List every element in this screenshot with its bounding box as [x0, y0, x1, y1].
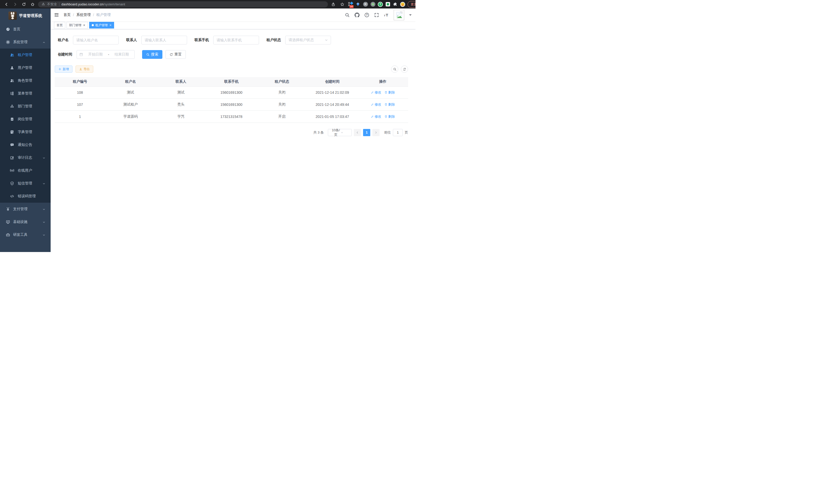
toggle-search-icon[interactable] — [391, 65, 398, 73]
address-bar[interactable]: 不安全 dashboard.yudao.iocoder.cn/system/te… — [38, 1, 328, 7]
breadcrumb-home[interactable]: 首页 — [63, 12, 71, 17]
extension-y-icon[interactable]: Y — [378, 2, 383, 7]
sidebar-item-infra[interactable]: 基础设施 — [0, 215, 51, 228]
ext-diamond — [350, 2, 353, 5]
refresh-table-icon[interactable] — [401, 65, 408, 73]
tab-close-icon[interactable]: ✕ — [83, 24, 85, 27]
sidebar-item-dict[interactable]: 字典管理 — [0, 126, 51, 139]
cell-status: 关闭 — [257, 98, 307, 111]
extension-record-icon[interactable] — [370, 2, 375, 7]
sidebar-item-post[interactable]: 岗位管理 — [0, 113, 51, 126]
sidebar-item-notice[interactable]: 通知公告 — [0, 139, 51, 151]
download-icon — [79, 67, 82, 71]
filter-contact: 联系人 — [126, 36, 187, 45]
sidebar-fold-icon[interactable] — [54, 12, 59, 18]
extension-badge: 10 — [349, 5, 353, 8]
table-row: 107测试租户秃头15601691300关闭2021-12-14 20:49:4… — [55, 98, 408, 111]
url-host: dashboard.yudao.iocoder.cn — [61, 2, 103, 6]
page-size-select[interactable]: 10条/页 — [328, 129, 352, 136]
start-date-placeholder: 开始日期 — [85, 52, 106, 57]
not-secure-label: 不安全 — [47, 2, 57, 7]
edit-link[interactable]: 修改 — [371, 114, 381, 119]
table-toolbar: 新增 导出 — [55, 65, 408, 73]
status-select[interactable]: 请选择租户状态 — [285, 36, 331, 45]
sidebar-item-home[interactable]: 首页 — [0, 23, 51, 36]
back-icon[interactable] — [3, 1, 10, 8]
sidebar-item-dept[interactable]: 部门管理 — [0, 100, 51, 113]
page-number-1[interactable]: 1 — [363, 129, 370, 136]
sidebar-item-menu[interactable]: 菜单管理 — [0, 87, 51, 100]
chrome-update-button[interactable]: 更新 — [407, 1, 416, 8]
prev-page-button[interactable] — [354, 129, 361, 136]
profile-emoji-icon[interactable] — [400, 2, 405, 7]
tab-部门管理[interactable]: 部门管理✕ — [66, 22, 88, 29]
github-icon[interactable] — [354, 12, 360, 18]
total-count: 共 3 条 — [314, 130, 324, 135]
trash-icon — [384, 103, 388, 106]
font-size-icon[interactable]: TT — [384, 12, 389, 18]
contact-input[interactable] — [141, 36, 187, 45]
cell-actions: 修改删除 — [358, 111, 408, 122]
extension-command-icon[interactable]: ⌘ — [363, 2, 368, 7]
tenant-name-input[interactable] — [73, 36, 119, 45]
tab-close-icon[interactable]: ✕ — [109, 24, 112, 27]
sidebar-item-sms[interactable]: 短信管理 — [0, 177, 51, 190]
share-icon[interactable] — [330, 1, 337, 8]
sidebar-item-online-user[interactable]: 在线用户 — [0, 164, 51, 177]
sidebar: 芋道管理系统 首页系统管理租户管理用户管理角色管理菜单管理部门管理岗位管理字典管… — [0, 8, 51, 252]
delete-link[interactable]: 删除 — [384, 114, 395, 119]
sidebar-item-dev-tool[interactable]: 研发工具 — [0, 228, 51, 241]
goto-label: 前往 — [384, 130, 391, 135]
sidebar-item-label: 研发工具 — [13, 233, 28, 237]
edit-link[interactable]: 修改 — [371, 102, 381, 107]
edit-link[interactable]: 修改 — [371, 90, 381, 95]
search-button[interactable]: 搜索 — [142, 50, 163, 59]
sidebar-item-label: 首页 — [13, 27, 20, 32]
avatar[interactable] — [394, 10, 404, 20]
export-button[interactable]: 导出 — [76, 65, 93, 73]
yen-icon — [6, 207, 10, 211]
bookmark-star-icon[interactable] — [339, 1, 346, 8]
forward-icon[interactable] — [12, 1, 19, 8]
extension-tabs-icon[interactable]: 10 — [348, 2, 353, 7]
sidebar-item-label: 在线用户 — [18, 168, 32, 173]
delete-link[interactable]: 删除 — [384, 102, 395, 107]
fullscreen-icon[interactable] — [374, 12, 379, 18]
chevron-down-icon — [324, 38, 328, 42]
sidebar-item-user[interactable]: 用户管理 — [0, 61, 51, 74]
sidebar-item-pay[interactable]: 支付管理 — [0, 203, 51, 215]
sidebar-item-tenant[interactable]: 租户管理 — [0, 49, 51, 61]
reset-button[interactable]: 重置 — [166, 50, 186, 59]
mobile-input[interactable] — [213, 36, 259, 45]
home-icon[interactable] — [29, 1, 36, 8]
code-icon — [10, 194, 14, 198]
search-icon[interactable] — [345, 12, 350, 18]
extension-kite-icon[interactable] — [355, 2, 361, 7]
avatar-caret-icon[interactable] — [409, 14, 412, 17]
tab-首页[interactable]: 首页 — [54, 22, 65, 29]
cell-contact: 测试 — [156, 86, 206, 98]
cell-name: 测试 — [105, 86, 155, 98]
shield-icon — [10, 181, 14, 185]
date-range-picker[interactable]: 开始日期 - 结束日期 — [77, 50, 135, 59]
extensions-puzzle-icon[interactable] — [393, 2, 398, 7]
extension-chat-icon[interactable] — [385, 2, 390, 7]
org-icon — [10, 104, 14, 109]
reload-icon[interactable] — [21, 1, 27, 8]
next-page-button[interactable] — [372, 129, 379, 136]
sidebar-item-role[interactable]: 角色管理 — [0, 74, 51, 87]
cell-created: 2021-12-14 20:49:44 — [307, 98, 357, 111]
sidebar-item-error-code[interactable]: 错误码管理 — [0, 190, 51, 203]
help-icon[interactable]: ? — [364, 12, 369, 18]
tab-租户管理[interactable]: 租户管理✕ — [89, 22, 114, 29]
column-header: 租户名 — [105, 77, 155, 86]
breadcrumb: 首页 / 系统管理 / 租户管理 — [63, 12, 111, 17]
sidebar-item-audit-log[interactable]: 审计日志 — [0, 151, 51, 164]
sidebar-logo[interactable]: 芋道管理系统 — [0, 8, 51, 23]
sidebar-item-system[interactable]: 系统管理 — [0, 36, 51, 49]
chevron-down-icon — [42, 233, 46, 236]
delete-link[interactable]: 删除 — [384, 90, 395, 95]
add-button[interactable]: 新增 — [55, 65, 73, 73]
goto-page-input[interactable] — [393, 129, 403, 136]
breadcrumb-system[interactable]: 系统管理 — [76, 12, 91, 17]
